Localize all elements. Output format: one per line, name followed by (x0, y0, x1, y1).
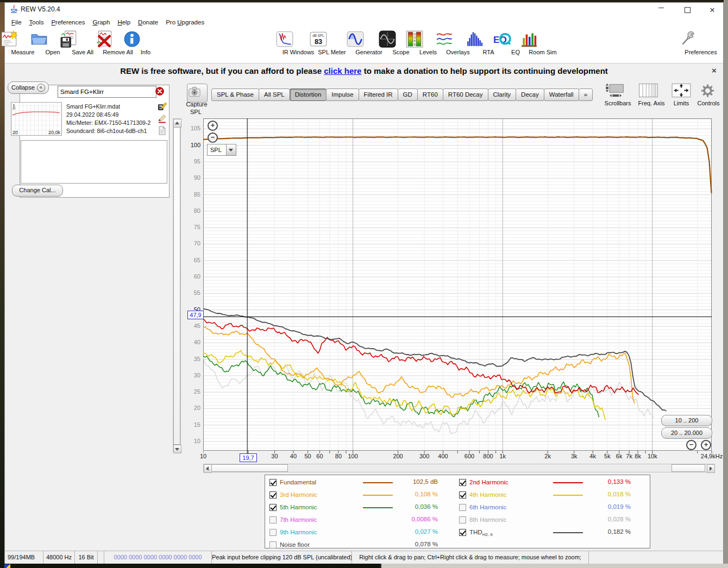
banner-close-icon[interactable]: × (712, 66, 717, 75)
tab-impulse[interactable]: Impulse (326, 89, 359, 101)
y-tick-75: 75 (179, 224, 200, 231)
measurement-thumbnail[interactable]: 1 20 20,0k (11, 102, 62, 136)
legend-checkbox-2nd-harmonic[interactable] (459, 479, 466, 486)
tab-filtered-ir[interactable]: Filtered IR (359, 89, 398, 101)
graph-tool-controls[interactable]: Controls (698, 83, 720, 106)
y-tick-80: 80 (179, 207, 200, 214)
tab-clarity[interactable]: Clarity (488, 89, 517, 101)
legend-checkbox-3rd-harmonic[interactable] (269, 491, 277, 498)
tab-spl-phase[interactable]: SPL & Phase (211, 89, 259, 101)
close-button[interactable]: × (704, 5, 720, 16)
horizontal-scroll-segment[interactable] (671, 464, 705, 472)
x-tick-200: 200 (393, 453, 403, 459)
tab-decay[interactable]: Decay (516, 89, 544, 101)
tab-rt60[interactable]: RT60 (417, 89, 443, 101)
menu-donate[interactable]: Donate (134, 16, 162, 28)
measurement-info-line: Soundcard: 8i6-ch1out-6dB-ch1 (66, 127, 158, 135)
notes-box[interactable] (21, 140, 167, 184)
sample-rate: 48000 Hz (43, 551, 75, 564)
x-tick-30: 30 (271, 453, 278, 459)
tab-all-spl[interactable]: All SPL (259, 89, 290, 101)
zoom-in-y-button[interactable]: + (208, 121, 218, 131)
toolbar-room-sim-button[interactable]: Room Sim (520, 30, 566, 55)
distortion-plot[interactable] (203, 118, 724, 455)
y-tick-85: 85 (179, 191, 200, 198)
notes-icon[interactable] (158, 126, 167, 135)
menu-file[interactable]: File (8, 16, 26, 28)
tab-distortion[interactable]: Distortion (290, 89, 327, 101)
trace-color-edit-icon[interactable] (158, 114, 167, 123)
legend-label-9th-harmonic: 9th Harmonic (280, 528, 317, 536)
x-tick-10: 10 (200, 453, 206, 459)
maximize-button[interactable] (679, 5, 695, 16)
collapse-chevron-icon: « (37, 84, 45, 92)
dropdown-arrow-icon[interactable] (226, 144, 236, 155)
tab-waterfall[interactable]: Waterfall (544, 89, 579, 101)
donation-link[interactable]: click here (324, 66, 361, 75)
x-tick-400: 400 (438, 453, 448, 459)
legend-checkbox-thd[interactable] (459, 529, 466, 536)
y-tick-100: 100 (179, 142, 200, 149)
tab-gd[interactable]: GD (398, 89, 418, 101)
menu-bar: FileToolsPreferencesGraphHelpDonatePro U… (8, 16, 208, 28)
collapse-label: Collapse (11, 82, 35, 93)
status-bar: 99/194MB48000 Hz16 Bit0000 0000 0000 000… (5, 551, 723, 564)
banner-text-pre: REW is free software, but if you can aff… (120, 66, 324, 75)
minimize-button[interactable] (653, 5, 669, 16)
horizontal-scroll-thumb[interactable] (211, 464, 288, 472)
menu-tools[interactable]: Tools (26, 16, 48, 28)
legend-label-thd: THDH2..9 (469, 528, 493, 539)
range-10-200-button[interactable]: 10 .. 200 (661, 415, 712, 426)
range-20-20000-button[interactable]: 20 .. 20.000 (661, 427, 712, 439)
menu-preferences[interactable]: Preferences (47, 16, 89, 28)
change-cal-button[interactable]: Change Cal... (12, 185, 63, 197)
legend-checkbox-9th-harmonic[interactable] (269, 529, 277, 536)
toolbar-label: Room Sim (520, 49, 566, 55)
legend-value-noise-floor: 0,078 % (389, 541, 438, 547)
legend-checkbox-7th-harmonic[interactable] (269, 516, 277, 523)
x-tick-24-9khz: 24,9kHz (701, 453, 723, 459)
capture-button[interactable] (187, 84, 208, 103)
legend-checkbox-8th-harmonic[interactable] (459, 516, 466, 523)
toolbar-preferences-button[interactable]: Preferences (678, 30, 724, 55)
banner-text-post: to make a donation to help support its c… (361, 66, 607, 75)
x-tick-8k: 8k (635, 453, 641, 459)
scroll-left-button[interactable] (204, 464, 212, 473)
legend-checkbox-5th-harmonic[interactable] (269, 504, 277, 511)
x-tick-10k: 10k (648, 453, 657, 459)
zoom-out-x-button[interactable]: − (686, 440, 696, 450)
tab-overflow-button[interactable]: » (579, 89, 593, 101)
x-tick-4k: 4k (589, 453, 596, 459)
graph-tool-freq-axis[interactable]: Freq. Axis (638, 83, 665, 106)
freq-axis-icon (638, 83, 665, 99)
zoom-out-y-button[interactable]: − (208, 132, 218, 143)
delete-measurement-button[interactable] (155, 87, 164, 96)
room-sim-icon (520, 30, 566, 48)
toolbar-info-button[interactable]: Info (123, 30, 168, 55)
trace-options-icon[interactable] (158, 102, 167, 111)
scroll-right-button[interactable] (707, 464, 715, 473)
legend-label-3rd-harmonic: 3rd Harmonic (280, 491, 317, 498)
collapse-button[interactable]: Collapse « (8, 81, 49, 94)
graph-tool-scrollbars[interactable]: Scrollbars (605, 83, 631, 106)
legend-checkbox-noise-floor[interactable] (269, 541, 277, 548)
zoom-in-x-button[interactable]: + (701, 440, 711, 450)
y-tick-45: 45 (179, 323, 200, 330)
legend-line-swatch (553, 482, 583, 483)
measurement-name-input[interactable] (58, 86, 156, 98)
menu-graph[interactable]: Graph (89, 16, 114, 28)
legend-checkbox-4th-harmonic[interactable] (459, 491, 466, 498)
window-title: REW V5.20.4 (21, 5, 60, 13)
legend-line-swatch (553, 532, 583, 533)
legend-checkbox-fundamental[interactable] (269, 479, 277, 486)
graph-tool-limits[interactable]: Limits (671, 83, 692, 106)
graph-horizontal-scrollbar[interactable] (203, 464, 714, 472)
menu-help[interactable]: Help (114, 16, 134, 28)
legend-label-5th-harmonic: 5th Harmonic (280, 503, 317, 511)
y-axis-title: SPL (190, 109, 202, 115)
tab-rt60-decay[interactable]: RT60 Decay (443, 89, 488, 101)
x-tick-300: 300 (419, 453, 429, 459)
legend-checkbox-6th-harmonic[interactable] (459, 504, 466, 511)
spl-axis-dropdown[interactable]: SPL (207, 144, 236, 156)
menu-pro-upgrades[interactable]: Pro Upgrades (162, 16, 208, 28)
